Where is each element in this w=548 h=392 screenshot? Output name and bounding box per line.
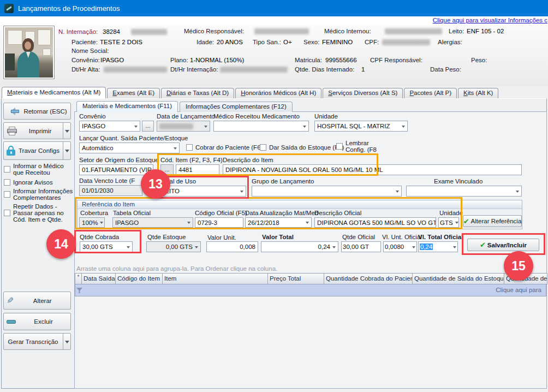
qtde-dias-value: 1 xyxy=(361,66,365,73)
chevron-down-icon xyxy=(303,126,306,129)
convenio-label: Convênio xyxy=(79,113,106,120)
codigo-oficial-label: Código Oficial (F5) xyxy=(195,210,247,216)
sexo-label: Sexo: xyxy=(303,39,319,45)
alterar-referencia-button[interactable]: ✔ Alterar Referência xyxy=(463,215,522,227)
cobertura-select[interactable]: 100% xyxy=(79,217,105,228)
setor-origem-select[interactable]: 01.FATURAMENTO (VIR xyxy=(79,164,153,175)
col-preco-total[interactable]: Preço Total xyxy=(268,274,324,284)
qtde-estoque-select[interactable]: 0,00 GTS xyxy=(146,241,201,252)
convenio-select[interactable]: IPASGO xyxy=(79,121,140,132)
cod-item-label: Cód. Item (F2, F3, F4) xyxy=(160,157,223,163)
tabela-oficial-label: Tabela Oficial xyxy=(113,210,151,216)
grid-filter-row[interactable]: Clique aqui para xyxy=(75,284,546,296)
tab-honorarios-medicos[interactable]: Honorários Médicos (Alt H) xyxy=(235,88,321,99)
idade-label: Idade: xyxy=(196,39,214,45)
grupo-lancamento-select[interactable] xyxy=(252,186,402,197)
col-quantidade-saida[interactable]: Quantidade de Saída do Estoqu xyxy=(413,274,504,284)
gerar-transcricao-button[interactable]: Gerar Transcrição xyxy=(3,333,71,350)
data-vencto-input[interactable]: 01/01/2030 xyxy=(79,185,142,196)
medico-receitou-select[interactable] xyxy=(213,121,309,132)
visualizar-informacoes-link[interactable]: Clique aqui para visualizar Informações … xyxy=(433,17,547,23)
col-codigo-item[interactable]: Código do Item xyxy=(116,274,163,284)
tab-servicos-diversos[interactable]: Serviços Diversos (Alt S) xyxy=(323,88,403,99)
data-atualizacao-select[interactable]: 26/12/2018 xyxy=(245,217,312,228)
checkbox-icon xyxy=(4,179,10,186)
tabela-oficial-select[interactable]: IPASGO xyxy=(112,217,193,228)
checkbox-icon xyxy=(336,143,343,150)
convenio-browse-button[interactable]: ... xyxy=(142,121,154,132)
chevron-down-icon xyxy=(65,130,69,135)
data-vencto-label: Data Vencto Lote (F xyxy=(79,177,135,184)
salvar-incluir-button[interactable]: ✔ Salvar/Incluir xyxy=(467,239,539,251)
checkbox-ignorar-avisos[interactable]: Ignorar Avisos xyxy=(4,179,73,186)
data-lancamento-select[interactable] xyxy=(157,121,210,132)
redacted-value xyxy=(159,123,193,129)
descricao-item-input[interactable]: DIPIRONA - NOVALGINA SOL ORAL 500 MG/ML … xyxy=(223,164,522,175)
checkbox-icon xyxy=(4,210,10,216)
local-uso-select[interactable]: LEITO xyxy=(159,186,246,197)
imprimir-dropdown[interactable] xyxy=(63,123,70,139)
col-data-saida[interactable]: Data Saída xyxy=(82,274,116,284)
annotation-badge-15: 15 xyxy=(504,251,533,281)
chevron-down-icon xyxy=(127,246,130,250)
idade-value: 20 ANOS xyxy=(217,39,243,45)
descricao-oficial-input[interactable]: DIPIRONA GOTAS 500 MG/ML SO VO GT xyxy=(314,217,436,228)
valor-total-select[interactable]: 0,24 xyxy=(261,241,338,252)
checkbox-repetir-dados[interactable]: Repetir Dados - Passar apenas no Cód. It… xyxy=(4,203,74,223)
link-bar: Clique aqui para visualizar Informações … xyxy=(0,16,548,25)
tab-exames[interactable]: Exames (Alt E) xyxy=(107,88,160,99)
annotation-badge-13: 13 xyxy=(141,169,170,199)
tipo-sanguineo-value: O+ xyxy=(283,39,292,45)
grupo-lancamento-label: Grupo de Lançamento xyxy=(252,178,314,185)
chevron-down-icon xyxy=(453,246,456,250)
vl-total-oficial-input[interactable]: 0,24 xyxy=(418,241,458,252)
gerar-transcricao-dropdown[interactable] xyxy=(63,334,70,349)
tipo-sanguineo-label: Tipo San.: xyxy=(253,39,281,45)
checkbox-cobrar-paciente[interactable]: Cobrar do Paciente (F6) xyxy=(186,144,263,151)
exame-vinculado-select[interactable] xyxy=(406,186,522,197)
descricao-item-label: Descrição do Item xyxy=(223,157,273,163)
lancar-quant-select[interactable]: Automático xyxy=(79,142,180,153)
qtde-oficial-input[interactable]: 30,00 GT xyxy=(341,241,381,252)
travar-configs-dropdown[interactable] xyxy=(63,142,70,159)
subtab-informacoes-f12[interactable]: Informações Complementares (F12) xyxy=(180,102,293,112)
chevron-down-icon xyxy=(65,341,69,346)
qtde-cobrada-select[interactable]: 30,00 GTS xyxy=(80,241,133,252)
chevron-down-icon xyxy=(332,246,336,250)
referencia-title: Referência do Item xyxy=(78,200,522,209)
travar-configs-button[interactable]: Travar Configs xyxy=(3,141,71,160)
redacted-value xyxy=(104,67,167,73)
tab-kits[interactable]: Kits (Alt K) xyxy=(458,88,498,99)
tab-pacotes[interactable]: Pacotes (Alt P) xyxy=(404,88,457,99)
redacted-value xyxy=(385,28,442,34)
chevron-down-icon xyxy=(240,191,243,194)
checkbox-informar-medico[interactable]: Informar o Médico que Receitou xyxy=(4,163,73,176)
excluir-button[interactable]: Excluir xyxy=(3,313,71,330)
checkbox-informar-informacoes[interactable]: Informar Informações Complementares xyxy=(4,188,74,201)
nome-social-label: Nome Social: xyxy=(72,47,109,54)
checkbox-lembrar-config[interactable]: Lembrar Config. (F8 xyxy=(336,140,378,153)
vl-total-oficial-label: Vl. Total Oficial xyxy=(418,234,463,240)
dthr-alta-label: Dt/Hr Alta: xyxy=(72,66,100,73)
tab-materiais-medicamentos[interactable]: Materiais e Medicamentos (Alt M) xyxy=(2,87,106,99)
unidade-select[interactable]: HOSPITAL SQL - MATRIZ xyxy=(314,121,408,132)
cod-item-input[interactable]: 4481 xyxy=(176,164,219,175)
tab-diarias-taxas[interactable]: Diárias e Taxas (Alt D) xyxy=(161,88,234,99)
unidade-oficial-select[interactable]: GTS xyxy=(438,217,459,228)
app-icon xyxy=(4,4,14,13)
imprimir-button[interactable]: Imprimir xyxy=(3,122,71,139)
alterar-button[interactable]: ✎ Alterar xyxy=(3,292,71,310)
alergias-label: Alergias: xyxy=(438,39,462,45)
valor-unit-input[interactable]: 0,008 xyxy=(206,241,258,252)
codigo-oficial-input[interactable]: 0729-3 xyxy=(195,217,243,228)
checkbox-dar-saida[interactable]: Dar Saída do Estoque (F7) xyxy=(260,144,344,151)
valor-total-label: Valor Total xyxy=(262,234,294,240)
chevron-down-icon xyxy=(204,126,207,129)
descricao-oficial-label: Descrição Oficial xyxy=(314,210,361,216)
subtab-materiais-f11[interactable]: Materiais e Medicamentos (F11) xyxy=(76,101,178,112)
col-quantidade-cobrada[interactable]: Quantidade Cobrada do Pacient xyxy=(324,274,413,284)
col-item[interactable]: Item xyxy=(163,274,268,284)
vl-unt-oficial-select[interactable]: 0,0080 xyxy=(383,241,417,252)
retornar-button[interactable]: Retornar (ESC) xyxy=(3,103,71,120)
data-peso-label: Data Peso: xyxy=(430,66,461,73)
